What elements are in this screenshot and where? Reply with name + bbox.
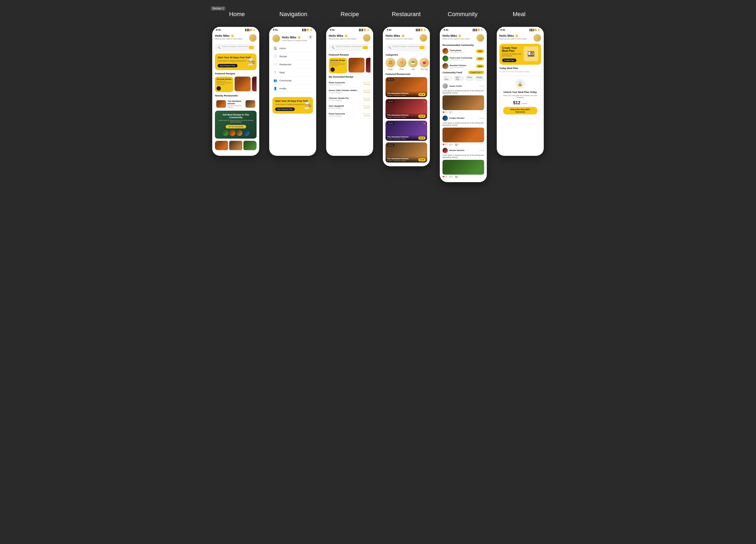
nav-items-list: 🏠 Home 📄 Recipe 🍽️ Restaurant 🍴 Meal xyxy=(272,44,313,93)
like-action-2[interactable]: ❤️ 24 xyxy=(442,143,447,146)
category-veg[interactable]: 🥗 Veg xyxy=(408,58,418,70)
today-meal-heading: Today Meal Plan xyxy=(499,67,518,70)
food-deco-3 xyxy=(236,130,242,136)
nav-greeting: Hello Mike 👋 xyxy=(282,36,307,39)
subscribe-button[interactable]: Subscribe Now (50% Discount) xyxy=(503,107,537,114)
category-pizza[interactable]: 🍕 Pizza xyxy=(397,58,406,70)
get-premium-button[interactable]: Get Premium Plan xyxy=(218,64,237,67)
restaurant-status-time: 9:41 xyxy=(387,28,391,31)
recipe-gen-card[interactable]: Generate Recipe Based on the ingredients… xyxy=(329,58,347,73)
join-button-2[interactable]: Join xyxy=(476,57,484,60)
recipe-featured-img-2[interactable] xyxy=(366,58,370,73)
recipe-list-sub-3: Cuisine category xyxy=(329,99,349,101)
time-value-2: 24 Min xyxy=(363,91,370,93)
restaurant-card-3[interactable]: 30 min 🔖 The Heartland Kitchen Burger | … xyxy=(386,121,427,141)
recipe-card-img-1[interactable] xyxy=(235,77,251,91)
community-nav-label: Community xyxy=(279,79,292,82)
recipe-gen-arrow[interactable]: → xyxy=(330,67,335,72)
recipe-list-item-1[interactable]: Pizza Casserole Cuisine category Prep Ti… xyxy=(329,80,370,88)
recipe-list-sub-4: Cuisine category xyxy=(329,107,344,109)
recipe-search-bar[interactable]: 🔍 Search recipes, restaurants ... ⚡ xyxy=(329,44,370,51)
restaurant-card-4[interactable]: 30 min 🔖 The Heartland Kitchen Burger | … xyxy=(386,142,427,163)
recipe-list-item-5[interactable]: Pizza Casserole Cuisine category Prep Ti… xyxy=(329,111,370,119)
recipe-list-name-1: Pizza Casserole xyxy=(329,81,345,84)
price-text: $12 xyxy=(513,100,520,105)
nav-item-meal[interactable]: 🍴 Meal xyxy=(272,69,313,77)
share-action-3[interactable]: ↗️ 2 xyxy=(455,176,459,178)
restaurant-filter-button[interactable]: ⚡ xyxy=(419,46,424,49)
feed-post-3: Jaxson Vaccaro 1h ago Lorem ipsum is sim… xyxy=(442,148,484,178)
restaurant-search-bar[interactable]: 🔍 Search recipes, restaurants ... ⚡ xyxy=(386,44,427,51)
non-veg-chip[interactable]: Non-Veg xyxy=(454,75,464,81)
meal-status-time: 9:41 xyxy=(501,28,505,31)
home-avatar[interactable] xyxy=(249,34,257,42)
restaurant-rating-3: 4.1 ★ xyxy=(418,136,426,140)
category-nonveg[interactable]: 🥩 Non-Veg xyxy=(419,58,429,70)
recipe-list-item-2[interactable]: Green Chile Chicken Skillet ... Cuisine … xyxy=(329,88,370,95)
food-deco-1 xyxy=(222,130,228,136)
recipe-arrow-icon[interactable]: → xyxy=(217,86,221,91)
recipe-avatar[interactable] xyxy=(363,34,370,42)
bottom-img-1 xyxy=(215,141,228,150)
restaurant-card-2[interactable]: 30 min 🔖 The Heartland Kitchen Burger | … xyxy=(386,99,427,119)
nav-item-community[interactable]: 👥 Community xyxy=(272,77,313,85)
feed-text-1: Lorem ipsum is simply dummy text of the … xyxy=(442,90,484,94)
share-action-2[interactable]: ↗️ 2 xyxy=(455,143,459,146)
restaurant-status-icons: ▐▐▐ 📶 🔋 xyxy=(415,29,426,31)
meal-signal-icon: ▐▐▐ xyxy=(529,29,534,31)
community-feed-heading: Community Feed xyxy=(442,71,462,74)
restaurant-phone: 9:41 ▐▐▐ 📶 🔋 Hello Mike 👋 What do you wa… xyxy=(383,27,430,166)
like-action-1[interactable]: ❤️ 24 xyxy=(442,111,447,113)
filter-button[interactable]: ⚡ xyxy=(249,46,254,49)
go-to-community-button[interactable]: Go To Community xyxy=(226,125,246,128)
join-button-1[interactable]: Join xyxy=(476,49,484,53)
home-search-bar[interactable]: 🔍 Search recipes, restaurants ... ⚡ xyxy=(215,44,257,51)
pizza-icon: 🍕 xyxy=(397,58,406,67)
bookmark-icon-3[interactable]: 🔖 xyxy=(423,122,426,125)
like-action-3[interactable]: ❤️ 24 xyxy=(442,176,447,178)
recipe-filter-button[interactable]: ⚡ xyxy=(363,46,368,49)
recipe-list-item-4[interactable]: Taco Spaghetti Cuisine category Prep Tim… xyxy=(329,103,370,111)
search-icon: 🔍 xyxy=(218,46,221,49)
close-button[interactable]: ✕ xyxy=(308,35,313,39)
filter-chip[interactable]: ⚡ Filter xyxy=(442,75,453,81)
community-avatar[interactable] xyxy=(477,34,484,42)
nav-premium-button[interactable]: Get Premium Plan xyxy=(275,107,295,111)
recipe-list-item-3[interactable]: Chicken Tamale Pie Cuisine category Prep… xyxy=(329,95,370,103)
bookmark-icon-2[interactable]: 🔖 xyxy=(423,100,426,103)
nav-item-home[interactable]: 🏠 Home xyxy=(272,44,313,52)
burger-chip[interactable]: Burger xyxy=(475,75,484,81)
pizza-chip[interactable]: Pizza xyxy=(465,75,474,81)
bookmark-icon-1[interactable]: 🔖 xyxy=(423,78,426,81)
home-restaurant-item[interactable]: The Heartland Kitchen 30 mins | American… xyxy=(215,99,257,109)
recipe-phone-content: Hello Mike 👋 What do you want to cook to… xyxy=(326,32,373,121)
food-decoration xyxy=(218,130,254,136)
nav-item-recipe[interactable]: 📄 Recipe xyxy=(272,52,313,60)
comment-action-2[interactable]: 💬 5 xyxy=(449,143,453,146)
category-burger[interactable]: 🍔 Burger xyxy=(386,58,395,70)
recipe-featured-cards: Generate Recipe Based on the ingredients… xyxy=(329,58,370,73)
restaurant-card-1[interactable]: 30 min 🔖 The Heartland Kitchen Burger | … xyxy=(386,77,427,97)
restaurant-avatar[interactable] xyxy=(420,34,427,42)
generate-recipe-card[interactable]: Generate Recipe Based on the ingredients… xyxy=(215,77,233,92)
create-plan-button[interactable]: Create Plan xyxy=(502,59,516,62)
recipe-card-img-2[interactable] xyxy=(252,77,257,91)
create-post-button[interactable]: Create Post + xyxy=(468,71,484,74)
nav-item-profile[interactable]: 👤 Profile xyxy=(272,85,313,93)
time-value-1: 24 Min xyxy=(363,83,370,86)
featured-restaurants-heading: Featured Restaurants xyxy=(386,73,427,75)
pizza-label: Pizza xyxy=(397,68,406,70)
join-button-3[interactable]: Join xyxy=(476,64,484,68)
meal-header: Hello Mike 👋 What do you want to cook to… xyxy=(499,34,541,42)
recipe-phone: 9:41 ▐▐▐ 📶 🔋 Hello Mike 👋 What do you wa… xyxy=(326,27,373,156)
bookmark-icon-4[interactable]: 🔖 xyxy=(423,144,426,146)
nav-item-restaurant[interactable]: 🍽️ Restaurant xyxy=(272,60,313,69)
comment-action-1[interactable]: 💬 5 xyxy=(449,111,453,113)
meal-phone: 9:41 ▐▐▐ 📶 🔋 Hello Mike 👋 What do you wa… xyxy=(497,27,544,156)
meal-avatar[interactable] xyxy=(534,34,541,42)
meal-wifi-icon: 📶 xyxy=(534,29,537,31)
recipe-featured-img-1[interactable] xyxy=(348,58,365,73)
meal-phone-content: Hello Mike 👋 What do you want to cook to… xyxy=(497,32,544,120)
prep-label-3: Prep Time xyxy=(363,97,370,99)
comment-action-3[interactable]: 💬 5 xyxy=(449,176,453,178)
